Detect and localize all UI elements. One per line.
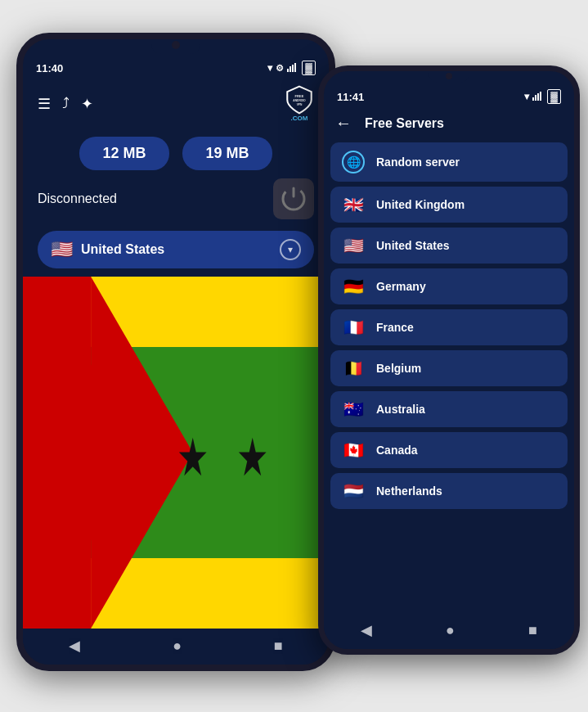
flag-us: 🇺🇸	[342, 236, 365, 255]
phone2-back-nav[interactable]: ◀	[361, 621, 372, 639]
disconnect-row: Disconnected	[23, 173, 329, 228]
server-name: Canada	[376, 444, 418, 457]
server-name: Germany	[376, 280, 426, 293]
star-icon[interactable]: ✦	[81, 95, 93, 113]
svg-text:FREE: FREE	[295, 94, 304, 98]
flag-ca: 🇨🇦	[342, 440, 365, 460]
signal-icon	[287, 62, 298, 74]
battery-icon: ▓	[302, 61, 316, 75]
phone2-wifi-icon: ▾	[524, 91, 529, 102]
list-item[interactable]: 🇩🇪 Germany	[330, 268, 568, 304]
list-item[interactable]: 🌐 Random server	[330, 142, 568, 182]
flag-be: 🇧🇪	[342, 358, 365, 378]
phone1-status-bar: 11:40 ▾ ⚙ ▓	[23, 56, 329, 79]
stats-row: 12 MB 19 MB	[23, 128, 329, 173]
svg-rect-18	[532, 97, 534, 101]
phone2: 11:41 ▾ ▓ ← Free Servers 🌐 Random server…	[318, 65, 580, 655]
back-arrow-icon[interactable]: ←	[335, 114, 352, 133]
back-nav-btn[interactable]: ◀	[69, 637, 80, 655]
list-item[interactable]: 🇬🇧 United Kingdom	[330, 187, 568, 223]
flag-de: 🇩🇪	[342, 277, 365, 296]
download-stat: 12 MB	[79, 137, 169, 170]
svg-text:★: ★	[177, 427, 209, 487]
server-name: Netherlands	[376, 484, 442, 498]
svg-rect-20	[537, 93, 539, 101]
flag-nl: 🇳🇱	[342, 481, 365, 501]
power-button[interactable]	[273, 178, 314, 219]
list-item[interactable]: 🇨🇦 Canada	[330, 432, 568, 468]
phone2-notch	[429, 70, 469, 83]
phone1-nav-bar: ◀ ● ■	[23, 629, 329, 665]
phone2-recent-nav[interactable]: ■	[528, 622, 537, 639]
screen-title: Free Servers	[365, 116, 444, 131]
phone1-header: ☰ ⤴ ✦ FREE ANDROID VPN .COM	[23, 79, 329, 128]
list-item[interactable]: 🇦🇺 Australia	[330, 391, 568, 427]
svg-rect-2	[292, 65, 294, 72]
server-name: United Kingdom	[376, 198, 465, 211]
share-icon[interactable]: ⤴	[62, 95, 70, 112]
shield-logo: FREE ANDROID VPN	[285, 85, 314, 115]
server-name: Australia	[376, 403, 425, 416]
logo-area: FREE ANDROID VPN .COM	[285, 85, 314, 122]
phone2-header: ← Free Servers	[324, 107, 574, 139]
phone1: 11:40 ▾ ⚙ ▓ ☰ ⤴ ✦ FREE ANDROID VPN .COM	[16, 33, 335, 671]
phone2-status-bar: 11:41 ▾ ▓	[324, 84, 574, 107]
power-icon	[280, 185, 307, 213]
svg-rect-1	[290, 66, 291, 72]
flag-uk: 🇬🇧	[342, 195, 365, 214]
flag-display: ★ ★	[23, 277, 329, 629]
list-item[interactable]: 🇧🇪 Belgium	[330, 350, 568, 386]
logo-text: .COM	[291, 115, 308, 122]
home-nav-btn[interactable]: ●	[173, 638, 182, 655]
phone2-nav-bar: ◀ ● ■	[324, 613, 574, 649]
connection-status: Disconnected	[38, 192, 117, 206]
phone2-status-icons: ▾ ▓	[524, 89, 561, 104]
country-name: United States	[81, 242, 280, 257]
flag-fr: 🇫🇷	[342, 318, 365, 337]
phone2-home-nav[interactable]: ●	[446, 622, 455, 639]
chevron-down-icon: ▾	[280, 239, 301, 260]
server-name: France	[376, 321, 414, 334]
server-name: Belgium	[376, 362, 421, 375]
svg-text:★: ★	[236, 427, 268, 487]
phone1-notch	[151, 38, 200, 54]
country-selector[interactable]: 🇺🇸 United States ▾	[38, 231, 314, 268]
wifi-icon: ▾	[267, 62, 272, 74]
phone2-time: 11:41	[337, 91, 364, 103]
server-list: 🌐 Random server 🇬🇧 United Kingdom 🇺🇸 Uni…	[324, 139, 574, 613]
server-name: United States	[376, 239, 449, 252]
menu-icon[interactable]: ☰	[38, 95, 51, 113]
camera-dot	[172, 41, 180, 49]
header-icons: ☰ ⤴ ✦	[38, 95, 93, 113]
svg-rect-3	[294, 63, 296, 72]
svg-rect-0	[287, 69, 289, 72]
server-name: Random server	[376, 155, 460, 169]
svg-rect-21	[540, 92, 541, 101]
phone1-status-icons: ▾ ⚙ ▓	[267, 61, 316, 75]
list-item[interactable]: 🇳🇱 Netherlands	[330, 473, 568, 509]
svg-rect-19	[535, 95, 536, 101]
svg-text:ANDROID: ANDROID	[293, 99, 306, 102]
country-flag: 🇺🇸	[51, 239, 73, 260]
list-item[interactable]: 🇫🇷 France	[330, 309, 568, 345]
upload-stat: 19 MB	[182, 137, 272, 170]
phone2-signal-icon	[532, 91, 544, 103]
globe-icon: 🌐	[342, 151, 365, 173]
phone1-time: 11:40	[36, 62, 63, 74]
svg-text:VPN: VPN	[297, 103, 303, 106]
recent-nav-btn[interactable]: ■	[274, 638, 283, 655]
flag-au: 🇦🇺	[342, 399, 365, 419]
list-item[interactable]: 🇺🇸 United States	[330, 228, 568, 264]
settings-icon: ⚙	[276, 63, 284, 74]
phone2-camera	[446, 73, 452, 79]
phone2-battery-icon: ▓	[547, 89, 561, 104]
country-flag-image: ★ ★	[23, 277, 329, 629]
